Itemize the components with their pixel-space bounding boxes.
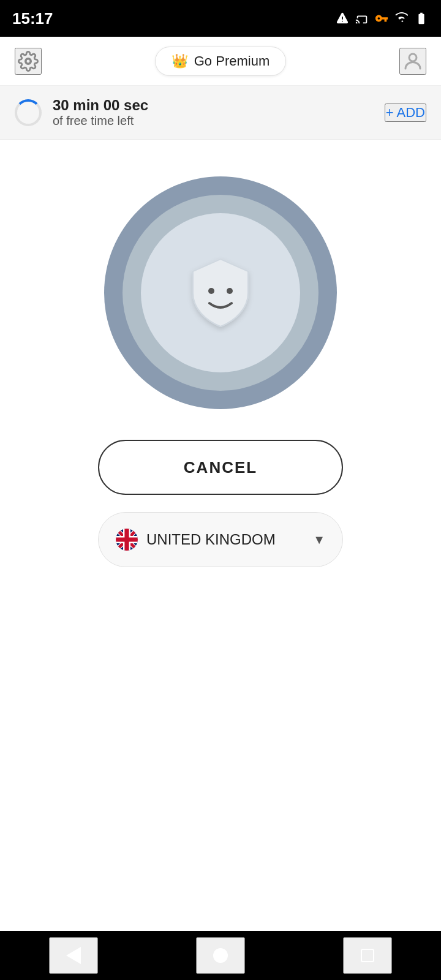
status-icons <box>336 12 429 25</box>
profile-button[interactable] <box>399 48 426 75</box>
go-premium-button[interactable]: 👑 Go Premium <box>155 47 286 76</box>
status-bar: 15:17 <box>0 0 441 37</box>
top-bar: 👑 Go Premium <box>0 37 441 86</box>
premium-label: Go Premium <box>194 53 270 69</box>
shield-inner-circle <box>141 213 300 372</box>
chevron-down-icon: ▼ <box>313 533 325 547</box>
add-time-button[interactable]: + ADD <box>385 104 426 122</box>
alert-icon <box>336 12 349 25</box>
settings-button[interactable] <box>15 48 42 75</box>
uk-flag-icon <box>116 529 138 551</box>
time-spinner <box>15 99 42 126</box>
free-time-text: 30 min 00 sec of free time left <box>53 97 148 128</box>
cancel-button[interactable]: CANCEL <box>98 440 343 495</box>
free-time-info: 30 min 00 sec of free time left <box>15 97 148 128</box>
recents-button[interactable] <box>343 937 392 974</box>
crown-icon: 👑 <box>172 53 188 69</box>
svg-point-3 <box>227 288 233 294</box>
svg-point-0 <box>26 58 31 64</box>
svg-point-2 <box>208 288 214 294</box>
recents-icon <box>361 949 374 962</box>
free-time-label: of free time left <box>53 114 148 128</box>
country-name-label: UNITED KINGDOM <box>146 531 276 548</box>
free-time-banner: 30 min 00 sec of free time left + ADD <box>0 86 441 140</box>
home-icon <box>213 948 228 963</box>
profile-icon <box>402 50 424 72</box>
cast-icon <box>355 12 369 25</box>
country-selector-button[interactable]: UNITED KINGDOM ▼ <box>98 512 343 567</box>
svg-point-1 <box>409 54 417 61</box>
shield-outer-circle[interactable] <box>104 176 337 409</box>
back-button[interactable] <box>49 937 98 974</box>
gear-icon <box>18 51 39 72</box>
battery-icon <box>414 12 429 25</box>
shield-face-icon <box>181 253 260 333</box>
nav-bar <box>0 931 441 980</box>
back-icon <box>66 947 81 964</box>
main-content: CANCEL UNITED <box>0 140 441 592</box>
free-time-amount: 30 min 00 sec <box>53 97 148 114</box>
shield-mid-circle <box>123 195 318 391</box>
home-button[interactable] <box>196 937 245 974</box>
wifi-icon <box>394 12 408 25</box>
status-time: 15:17 <box>12 9 53 28</box>
key-icon <box>375 12 388 25</box>
